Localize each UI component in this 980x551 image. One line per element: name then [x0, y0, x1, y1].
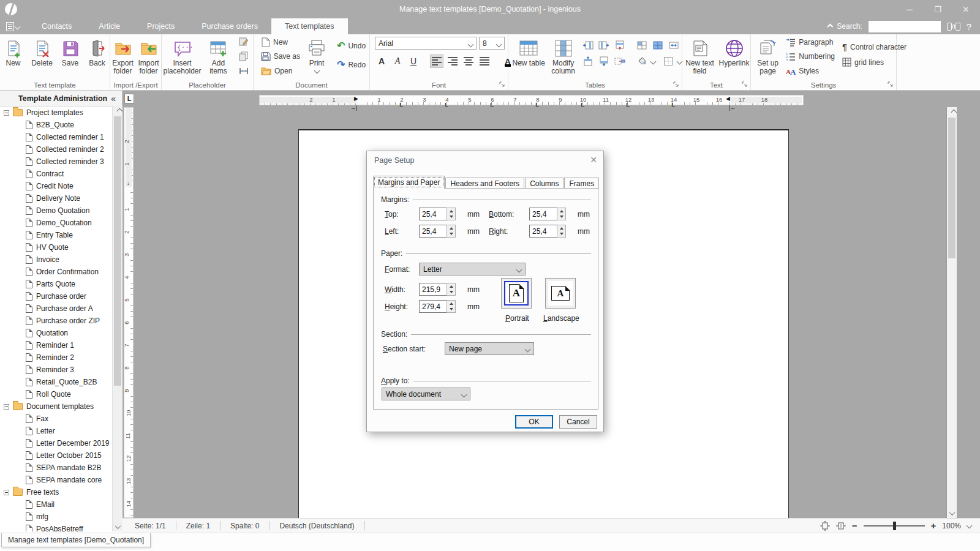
tree-item[interactable]: Letter — [0, 425, 112, 437]
tree-item[interactable]: EMail — [0, 498, 112, 511]
spin-down-icon[interactable] — [447, 214, 455, 220]
save-template-button[interactable]: Save — [58, 36, 83, 78]
undo-button[interactable]: ↶ Undo — [334, 39, 366, 52]
tree-item[interactable]: Order Confirmation — [0, 266, 112, 278]
tree-item[interactable]: Collected reminder 1 — [0, 131, 112, 143]
tree-item[interactable]: PosAbsBetreff — [0, 523, 112, 531]
sidebar-collapse-button[interactable]: « — [111, 94, 118, 103]
tree-expander-icon[interactable] — [4, 110, 9, 116]
export-folder-button[interactable]: Export folder — [111, 36, 135, 78]
search-binoculars-icon[interactable] — [947, 23, 960, 31]
tree-item[interactable]: Demo_Quotation — [0, 217, 112, 229]
document-new-button[interactable]: New — [258, 36, 303, 48]
align-justify-button[interactable] — [478, 54, 491, 68]
cell-width-icon[interactable] — [667, 39, 680, 51]
dialog-tab[interactable]: Margins and Paper — [373, 176, 445, 189]
cell-shading-corner-icon[interactable] — [635, 39, 649, 51]
spin-up-icon[interactable] — [447, 283, 455, 290]
fit-width-icon[interactable] — [836, 521, 846, 531]
left-indent-marker[interactable]: →| — [350, 105, 357, 111]
zoom-in-button[interactable]: + — [931, 520, 937, 531]
spin-down-icon[interactable] — [447, 290, 455, 296]
first-line-indent-marker[interactable]: ▶ — [354, 96, 358, 102]
spin-up-icon[interactable] — [447, 225, 455, 231]
cancel-button[interactable]: Cancel — [559, 415, 597, 429]
grid-lines-button[interactable]: grid lines — [840, 56, 896, 69]
paper-height-input[interactable] — [419, 300, 447, 313]
tree-item[interactable]: HV Quote — [0, 241, 112, 253]
edit-placeholder-icon[interactable] — [237, 36, 251, 48]
tab-stop-marker[interactable]: L — [445, 102, 448, 108]
tree-item[interactable]: Retail_Quote_B2B — [0, 376, 112, 388]
font-family-select[interactable]: Arial — [375, 37, 477, 50]
top-margin-marker[interactable]: ↓ — [127, 180, 130, 186]
right-margin-marker[interactable]: ◀ — [726, 96, 730, 102]
insert-placeholder-button[interactable]: {···} Insert placeholder — [164, 36, 201, 78]
section-start-select[interactable]: New page — [445, 342, 534, 355]
tab-type-selector[interactable]: L — [124, 94, 134, 103]
apply-to-select[interactable]: Whole document — [382, 388, 470, 400]
module-tab[interactable]: Text templates — [271, 18, 348, 34]
underline-button[interactable]: U — [407, 54, 420, 68]
paper-height-spinner[interactable] — [419, 300, 456, 313]
set-up-page-button[interactable]: Set up page — [755, 36, 781, 78]
add-items-button[interactable]: Add items — [203, 36, 235, 78]
tree-item[interactable]: Reminder 1 — [0, 339, 112, 351]
spin-down-icon[interactable] — [557, 214, 565, 220]
back-button[interactable]: Back — [85, 36, 110, 78]
chevron-down-icon[interactable] — [967, 523, 973, 529]
tree-item[interactable]: B2B_Quote — [0, 119, 112, 131]
zoom-out-button[interactable]: − — [852, 520, 858, 531]
insert-row-below-icon[interactable] — [597, 55, 611, 67]
control-character-button[interactable]: ¶ Control character — [840, 40, 896, 53]
module-tab[interactable]: Projects — [134, 18, 188, 34]
settings-dialog-launcher[interactable] — [888, 81, 894, 88]
insert-row-above-icon[interactable] — [581, 55, 595, 67]
dialog-tab[interactable]: Columns — [525, 178, 564, 189]
tab-stop-marker[interactable]: L — [399, 102, 403, 108]
spin-up-icon[interactable] — [447, 208, 455, 214]
tree-item[interactable]: Collected reminder 2 — [0, 143, 112, 156]
paragraph-settings-button[interactable]: Paragraph — [783, 36, 837, 48]
tree-item[interactable]: Demo Quotation — [0, 204, 112, 217]
tab-stop-marker[interactable]: L — [581, 102, 584, 108]
tree-item[interactable]: Delivery Note — [0, 192, 112, 204]
dialog-tab[interactable]: Headers and Footers — [445, 178, 524, 189]
new-text-field-button[interactable]: New text field — [684, 36, 717, 78]
tree-item[interactable]: Project templates — [0, 107, 112, 119]
font-size-select[interactable]: 8 — [479, 37, 505, 50]
tree-item[interactable]: SEPA mandate B2B — [0, 462, 112, 474]
tree-item[interactable]: Entry Table — [0, 229, 112, 241]
insert-row-icon[interactable] — [613, 39, 627, 51]
tree-item[interactable]: Purchase order A — [0, 302, 112, 315]
spin-up-icon[interactable] — [447, 301, 455, 307]
collapse-ribbon-icon[interactable] — [827, 23, 834, 29]
spin-down-icon[interactable] — [557, 231, 565, 238]
tab-stop-marker[interactable]: L — [671, 102, 675, 108]
ok-button[interactable]: OK — [515, 415, 553, 429]
paper-width-input[interactable] — [419, 283, 447, 296]
dialog-close-icon[interactable]: ✕ — [590, 155, 597, 165]
tab-stop-marker[interactable]: L — [626, 102, 630, 108]
tree-scroll-thumb[interactable] — [114, 116, 121, 386]
cell-borders-icon[interactable] — [662, 55, 675, 67]
tree-scrollbar[interactable] — [112, 106, 123, 531]
tree-item[interactable]: Parts Quote — [0, 278, 112, 290]
scroll-up-icon[interactable] — [113, 106, 123, 116]
insert-column-right-icon[interactable] — [597, 39, 611, 51]
align-left-button[interactable] — [430, 54, 443, 68]
tree-item[interactable]: Reminder 3 — [0, 364, 112, 376]
spin-down-icon[interactable] — [447, 231, 455, 238]
tree-item[interactable]: Fax — [0, 413, 112, 425]
left-margin-spinner[interactable] — [419, 225, 456, 238]
cell-shading-all-icon[interactable] — [651, 39, 665, 51]
print-dropdown-chevron-icon[interactable] — [314, 68, 320, 74]
search-input[interactable] — [869, 21, 941, 32]
split-cell-icon[interactable] — [613, 55, 627, 67]
landscape-button[interactable]: A — [545, 278, 576, 309]
copy-placeholder-icon[interactable] — [237, 50, 251, 62]
tree-item[interactable]: Purchase order — [0, 290, 112, 302]
right-margin-spinner[interactable] — [529, 225, 566, 238]
italic-button[interactable]: A — [391, 54, 404, 68]
print-button[interactable]: Print — [303, 36, 331, 78]
